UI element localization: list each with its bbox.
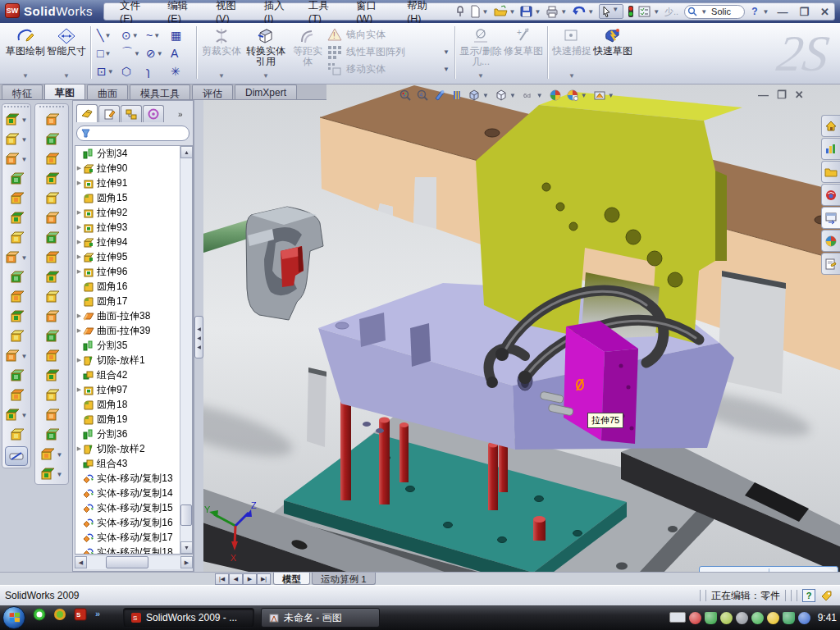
trim-button[interactable]: 剪裁实体▼ (200, 23, 243, 82)
mirror-button[interactable]: !镜向实体 (326, 27, 451, 42)
linear-pattern-button[interactable]: 线性草图阵列▼ (326, 44, 451, 59)
checklist-icon[interactable]: ▼ (637, 3, 662, 20)
expand-arrow[interactable]: ▶ (75, 165, 83, 171)
axis-feature-button[interactable] (2, 386, 30, 405)
smart-dimension-button[interactable]: 智能尺寸▼ (46, 23, 87, 82)
instant3d-button[interactable] (2, 425, 30, 445)
model-red-peg[interactable] (533, 516, 546, 541)
rapid-sketch-button[interactable]: 快速草图 (592, 23, 633, 82)
expand-arrow[interactable]: ▶ (75, 386, 83, 393)
untrim-surface-button[interactable] (35, 326, 68, 346)
tree-item[interactable]: 实体-移动/复制13 (75, 471, 192, 486)
tree-vertical-scrollbar[interactable]: ▲ ▼ (180, 146, 192, 554)
model-tab-0[interactable]: 模型 (273, 573, 310, 585)
start-button[interactable] (2, 606, 25, 629)
restore-button[interactable]: ❐ (794, 6, 814, 18)
extruded-boss-button[interactable]: ▼ (2, 110, 30, 130)
tree-item[interactable]: 分割35 (75, 338, 192, 353)
insert-part-button[interactable]: ▼ (2, 346, 30, 366)
magnify-button[interactable] (433, 89, 446, 102)
move-entities-button[interactable]: 移动实体▼ (326, 62, 451, 76)
tree-item[interactable]: 圆角15 (75, 190, 192, 205)
freeform-button[interactable]: ▼ (35, 445, 68, 464)
tray-leaf-green[interactable] (751, 612, 764, 624)
help-button[interactable]: ? (750, 6, 759, 17)
tree-item[interactable]: ▶拉伸94 (75, 235, 192, 249)
tree-item[interactable]: 圆角16 (75, 279, 192, 294)
tree-filter-input[interactable] (76, 126, 189, 141)
taskbar-task-solidworks[interactable]: S SolidWorks 2009 - ... (123, 608, 254, 628)
section-view-button[interactable] (450, 89, 463, 102)
mid-surface-button[interactable] (35, 405, 68, 425)
shell-button[interactable] (2, 189, 30, 208)
display-delete-button[interactable]: 显示/删除几...▼ (459, 23, 503, 82)
tray-volume[interactable] (736, 612, 748, 624)
menu-6[interactable]: 帮助(H) (399, 0, 446, 26)
tab-DimXpert[interactable]: DimXpert (235, 84, 297, 99)
revolved-surface-button[interactable] (35, 130, 68, 149)
tree-item[interactable]: 分割36 (75, 427, 192, 441)
menu-3[interactable]: 插入(I) (257, 0, 299, 26)
menu-4[interactable]: 工具(T) (301, 0, 347, 26)
revolved-boss-button[interactable]: ▼ (2, 130, 30, 149)
pin-icon[interactable] (454, 3, 467, 20)
replace-face-button[interactable] (35, 267, 68, 287)
delete-face-button[interactable] (35, 248, 68, 267)
hole-wizard-button[interactable] (2, 228, 30, 248)
tree-item[interactable]: ▶拉伸92 (75, 205, 192, 220)
tree-item[interactable]: ▶拉伸97 (75, 382, 192, 397)
tray-keyboard[interactable] (669, 612, 686, 623)
select-arrow-icon[interactable]: ▼ (598, 3, 624, 20)
tree-item[interactable]: ▶拉伸95 (75, 249, 192, 264)
task-pane-tab-view-palette[interactable] (821, 207, 840, 229)
polygon-tool[interactable]: ⬡ (119, 62, 144, 80)
tray-ball-blue-red[interactable] (798, 612, 810, 624)
extruded-surface-button[interactable] (35, 149, 68, 169)
tab-nav[interactable]: ▶ (243, 573, 257, 585)
panel-tab-feature-manager[interactable] (76, 104, 98, 122)
menu-5[interactable]: 窗口(W) (349, 0, 398, 26)
doc-close-button[interactable]: ✕ (795, 89, 804, 101)
panel-tab-dimxpert-manager[interactable] (143, 105, 164, 122)
wedge-button[interactable] (2, 208, 30, 228)
offset-surface-button[interactable] (35, 208, 68, 228)
fillet-surface-button[interactable] (35, 386, 68, 405)
expand-arrow[interactable]: ▶ (75, 239, 83, 245)
tree-item[interactable]: 实体-移动/复制14 (75, 486, 192, 500)
panel-tab-configuration-manager[interactable] (121, 105, 142, 122)
status-help-button[interactable]: ? (802, 589, 815, 602)
tree-item[interactable]: 实体-移动/复制16 (75, 515, 192, 530)
quicklaunch-solidworks[interactable]: S (74, 608, 87, 621)
draft-analysis-button[interactable]: ▼ (593, 89, 616, 102)
boundary-surface-button[interactable] (35, 169, 68, 189)
split-body-button[interactable] (2, 307, 30, 326)
convert-button[interactable]: 转换实体引用▼ (243, 23, 289, 82)
tab-nav[interactable]: |◀ (215, 573, 229, 585)
tag-icon[interactable] (820, 589, 833, 602)
stoplight-icon[interactable] (626, 3, 636, 20)
tab-nav[interactable]: ▶| (257, 573, 271, 585)
task-pane-tab-appearances[interactable] (821, 230, 840, 252)
ruled-surface-button[interactable] (35, 425, 68, 445)
move-body-button[interactable] (2, 326, 30, 346)
quick-snap-button[interactable]: 快速捕捉▼ (551, 23, 592, 82)
taskbar-task-paint[interactable]: 未命名 - 画图 (261, 608, 380, 628)
doc-restore-button[interactable]: ❐ (777, 89, 787, 101)
panel-tab-property-manager[interactable] (98, 105, 120, 122)
tree-item[interactable]: 实体-移动/复制18 (75, 545, 192, 555)
tree-item[interactable]: ▶切除-放样2 (75, 441, 192, 456)
scene-button[interactable]: ▼ (566, 89, 589, 102)
point-tool[interactable]: ✳ (168, 62, 193, 80)
minimize-button[interactable]: — (772, 6, 792, 18)
tree-item[interactable]: 圆角19 (75, 412, 192, 427)
offset-button[interactable]: 等距实体 (289, 23, 326, 82)
tree-item[interactable]: 实体-移动/复制15 (75, 500, 192, 515)
measure-button[interactable] (5, 446, 28, 466)
quicklaunch-messenger[interactable] (33, 608, 46, 621)
display-style-button[interactable]: 6d▼ (522, 89, 545, 102)
knit-surface-button[interactable] (35, 346, 68, 366)
tab-草图[interactable]: 草图 (44, 84, 85, 99)
tree-item[interactable]: 组合43 (75, 456, 192, 471)
model-tab-1[interactable]: 运动算例 1 (312, 573, 376, 585)
expand-arrow[interactable]: ▶ (75, 445, 83, 452)
